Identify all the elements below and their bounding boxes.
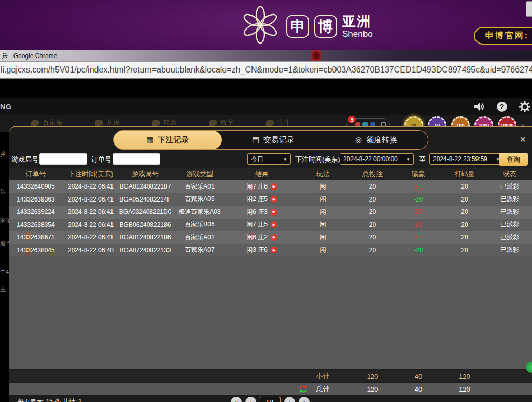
cell-game-type: 百家乐A01 (171, 231, 228, 244)
last-page-button[interactable]: » (299, 397, 310, 402)
cell-result: 闲6 庄2▶ (228, 231, 296, 244)
tab-transaction-records[interactable]: ▤ 交易记录 (222, 131, 325, 149)
cell-win-lose: 20 (395, 219, 442, 232)
order-input[interactable] (113, 153, 160, 165)
browser-urlbar[interactable]: li.gqjcxs.com/h5V01/pc/index.html?return… (0, 61, 532, 79)
play-video-button[interactable]: ▶ (271, 247, 277, 253)
prev-page-button[interactable]: ‹ (245, 397, 256, 402)
total-total-bet: 120 (350, 383, 395, 395)
search-button[interactable]: 查询 (499, 153, 528, 166)
cell-round-id: BGA07240822133 (119, 244, 171, 257)
cell-play-type: 闲 (296, 231, 350, 244)
bull-icon (266, 120, 274, 126)
close-icon[interactable]: × (520, 134, 526, 145)
cell-status: 已派彩 (487, 231, 532, 244)
cell-turnover: 20 (442, 244, 487, 257)
next-page-button[interactable]: › (284, 397, 295, 402)
play-video-button[interactable]: ▶ (271, 196, 277, 203)
logo-char-bo: 博 (314, 15, 337, 38)
cell-order-id: 14332639363 (9, 193, 62, 206)
tab-bet-records[interactable]: ▦ 下注记录 (114, 131, 222, 149)
col-total-bet: 总投注 (350, 168, 395, 180)
pager: « ‹ 1/1 › » (231, 397, 310, 402)
bg-fragment: 乐 (0, 188, 9, 195)
cell-status: 已派彩 (487, 219, 532, 232)
calendar-icon: ▦ (146, 135, 153, 145)
filter-row: 游戏局号 订单号 今日 ▼ 下注时间(美东) 2024-8-22 00:00:0… (9, 153, 532, 166)
cell-result: 闲6 庄3▶ (228, 206, 296, 219)
col-game-type: 游戏类型 (171, 168, 228, 180)
game-round-label: 游戏局号 (11, 155, 38, 164)
play-video-button[interactable]: ▶ (271, 183, 277, 190)
cell-game-type: 百家乐A01 (171, 180, 228, 193)
pagination-bar: 每页显示: 15 条 共计: 1 « ‹ 1/1 › » (9, 396, 532, 402)
date-to-value: 2024-8-22 23:59:59 (433, 155, 487, 163)
table-body: 143326409052024-8-22 06:41BGA01240822187… (9, 180, 532, 256)
play-video-button[interactable]: ▶ (271, 209, 277, 216)
play-video-button[interactable]: ▶ (271, 234, 277, 241)
col-order-id: 订单号 (9, 168, 62, 180)
result-text: 闲2 庄5 (246, 195, 268, 204)
cell-win-lose: -20 (395, 244, 442, 257)
help-icon[interactable]: ? (497, 102, 507, 112)
logo-en-text: Shenbo (342, 30, 373, 38)
cell-total-bet: 20 (350, 193, 395, 206)
bet-records-modal: ▦ 下注记录 ▤ 交易记录 ◎ 额度转换 × 游戏局号 订单号 今日 ▼ 下注时… (9, 126, 532, 402)
dice-icon (209, 120, 217, 126)
table-row: 143326392242024-8-22 06:41BGA032408221D0… (9, 206, 532, 219)
cell-win-lose: 20 (395, 231, 442, 244)
chevron-down-icon: ▼ (406, 157, 410, 162)
cell-game-type: 百家乐A07 (171, 244, 228, 257)
screen: 申 博 亚洲 Shenbo 申博官网: 乐 - Google Chrome li… (0, 0, 532, 402)
order-label: 订单号 (91, 155, 111, 164)
cell-order-id: 14332640905 (9, 180, 62, 193)
col-turnover: 打码量 (442, 168, 487, 180)
subtotal-win-lose: 40 (395, 370, 442, 382)
cell-turnover: 20 (442, 206, 487, 219)
table-row: 143326409052024-8-22 06:41BGA01240822187… (9, 180, 532, 193)
speaker-icon[interactable] (473, 101, 485, 113)
window-scrollbar-fragment[interactable] (526, 1, 532, 17)
refresh-icon[interactable] (299, 385, 308, 393)
date-from-select[interactable]: 2024-8-22 00:00:00 ▼ (340, 153, 414, 165)
game-round-input[interactable] (39, 153, 87, 165)
cell-total-bet: 20 (350, 219, 395, 232)
col-result: 结果 (228, 168, 296, 180)
cell-order-id: 14332639224 (9, 206, 62, 219)
total-row: 总计 120 40 120 (9, 383, 532, 395)
date-to-select[interactable]: 2024-8-22 23:59:59 ▼ (429, 153, 503, 165)
cell-order-id: 14332638354 (9, 219, 62, 232)
bg-fragment: 牛4 (0, 268, 9, 276)
tab-label: 额度转换 (366, 135, 397, 145)
flower-logo-icon (240, 4, 281, 46)
notification-badge: 9 (348, 116, 356, 123)
col-play-type: 玩法 (296, 168, 350, 180)
bet-time-label: 下注时间(美东) (295, 155, 340, 164)
url-text[interactable]: li.gqjcxs.com/h5V01/pc/index.html?return… (1, 62, 532, 78)
chevron-down-icon: ▼ (283, 157, 287, 162)
cell-total-bet: 20 (350, 180, 395, 193)
col-win-lose: 输赢 (395, 168, 442, 180)
cell-total-bet: 20 (350, 244, 395, 257)
official-site-button[interactable]: 申博官网: (474, 27, 532, 45)
gear-icon[interactable] (519, 101, 531, 113)
play-video-button[interactable]: ▶ (271, 221, 277, 228)
cell-result: 闲3 庄6▶ (228, 244, 296, 257)
cell-round-id: BGB06240822186 (119, 219, 171, 232)
col-bet-time: 下注时间(美东) (62, 168, 119, 180)
period-select[interactable]: 今日 ▼ (247, 153, 291, 165)
cell-total-bet: 20 (350, 231, 395, 244)
subtotal-row: 小计 120 40 120 (9, 370, 532, 382)
result-text: 闲6 庄3 (246, 208, 268, 217)
first-page-button[interactable]: « (231, 397, 242, 402)
cell-round-id: BGA01240822186 (119, 231, 171, 244)
tab-label: 交易记录 (263, 135, 295, 145)
cell-play-type: 闲 (296, 193, 350, 206)
cell-game-type: 百家乐B06 (171, 219, 228, 232)
browser-titlebar[interactable]: 乐 - Google Chrome (0, 50, 532, 61)
cell-bet-time: 2024-8-22 06:41 (62, 180, 119, 193)
bg-fragment: 主 (0, 285, 9, 293)
cell-round-id: BGA032408221D0 (119, 206, 171, 219)
tab-credit-transfer[interactable]: ◎ 额度转换 (325, 131, 428, 149)
game-topbar-icons: ? (473, 101, 531, 113)
